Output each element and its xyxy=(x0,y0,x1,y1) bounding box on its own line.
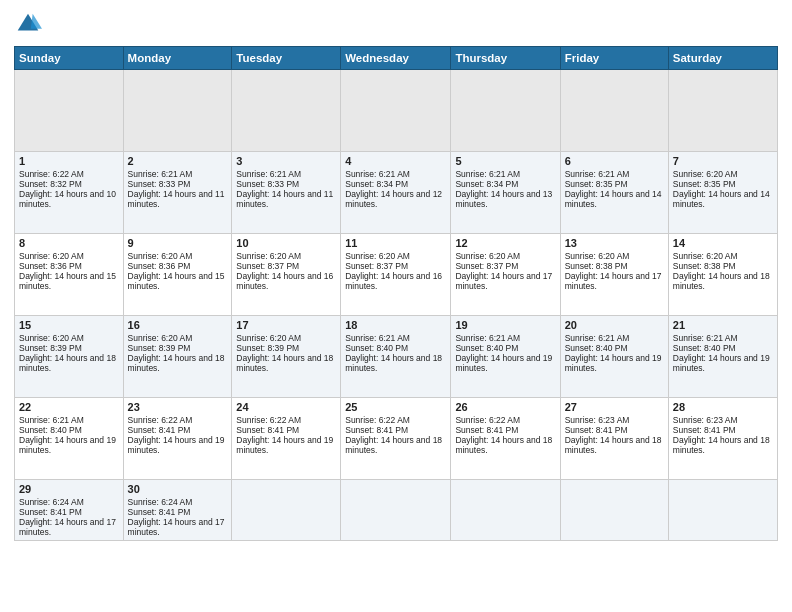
col-header-monday: Monday xyxy=(123,47,232,70)
daylight-label: Daylight: 14 hours and 10 minutes. xyxy=(19,189,116,209)
cal-cell: 10 Sunrise: 6:20 AM Sunset: 8:37 PM Dayl… xyxy=(232,234,341,316)
sunrise-label: Sunrise: 6:20 AM xyxy=(673,251,738,261)
day-number: 4 xyxy=(345,155,446,167)
cal-cell xyxy=(341,70,451,152)
sunrise-label: Sunrise: 6:20 AM xyxy=(673,169,738,179)
sunset-label: Sunset: 8:40 PM xyxy=(19,425,82,435)
daylight-label: Daylight: 14 hours and 19 minutes. xyxy=(19,435,116,455)
sunrise-label: Sunrise: 6:24 AM xyxy=(128,497,193,507)
daylight-label: Daylight: 14 hours and 17 minutes. xyxy=(565,271,662,291)
daylight-label: Daylight: 14 hours and 18 minutes. xyxy=(19,353,116,373)
svg-marker-1 xyxy=(31,14,42,29)
day-number: 28 xyxy=(673,401,773,413)
day-number: 30 xyxy=(128,483,228,495)
day-number: 26 xyxy=(455,401,555,413)
day-number: 29 xyxy=(19,483,119,495)
daylight-label: Daylight: 14 hours and 18 minutes. xyxy=(345,435,442,455)
col-header-wednesday: Wednesday xyxy=(341,47,451,70)
daylight-label: Daylight: 14 hours and 14 minutes. xyxy=(673,189,770,209)
daylight-label: Daylight: 14 hours and 19 minutes. xyxy=(455,353,552,373)
sunset-label: Sunset: 8:35 PM xyxy=(565,179,628,189)
cal-cell: 26 Sunrise: 6:22 AM Sunset: 8:41 PM Dayl… xyxy=(451,398,560,480)
cal-cell: 28 Sunrise: 6:23 AM Sunset: 8:41 PM Dayl… xyxy=(668,398,777,480)
sunset-label: Sunset: 8:41 PM xyxy=(455,425,518,435)
daylight-label: Daylight: 14 hours and 18 minutes. xyxy=(345,353,442,373)
sunrise-label: Sunrise: 6:21 AM xyxy=(565,169,630,179)
sunset-label: Sunset: 8:40 PM xyxy=(565,343,628,353)
sunrise-label: Sunrise: 6:22 AM xyxy=(128,415,193,425)
sunset-label: Sunset: 8:34 PM xyxy=(455,179,518,189)
sunrise-label: Sunrise: 6:20 AM xyxy=(455,251,520,261)
cal-cell: 6 Sunrise: 6:21 AM Sunset: 8:35 PM Dayli… xyxy=(560,152,668,234)
daylight-label: Daylight: 14 hours and 15 minutes. xyxy=(19,271,116,291)
day-number: 18 xyxy=(345,319,446,331)
daylight-label: Daylight: 14 hours and 18 minutes. xyxy=(128,353,225,373)
sunset-label: Sunset: 8:36 PM xyxy=(128,261,191,271)
sunrise-label: Sunrise: 6:20 AM xyxy=(236,251,301,261)
sunrise-label: Sunrise: 6:21 AM xyxy=(128,169,193,179)
daylight-label: Daylight: 14 hours and 19 minutes. xyxy=(565,353,662,373)
cal-cell xyxy=(451,480,560,541)
daylight-label: Daylight: 14 hours and 17 minutes. xyxy=(19,517,116,537)
sunset-label: Sunset: 8:39 PM xyxy=(236,343,299,353)
sunset-label: Sunset: 8:40 PM xyxy=(455,343,518,353)
cal-cell: 22 Sunrise: 6:21 AM Sunset: 8:40 PM Dayl… xyxy=(15,398,124,480)
col-header-thursday: Thursday xyxy=(451,47,560,70)
cal-cell: 12 Sunrise: 6:20 AM Sunset: 8:37 PM Dayl… xyxy=(451,234,560,316)
daylight-label: Daylight: 14 hours and 14 minutes. xyxy=(565,189,662,209)
sunrise-label: Sunrise: 6:21 AM xyxy=(455,169,520,179)
col-header-saturday: Saturday xyxy=(668,47,777,70)
day-number: 13 xyxy=(565,237,664,249)
sunset-label: Sunset: 8:41 PM xyxy=(128,507,191,517)
day-number: 23 xyxy=(128,401,228,413)
sunrise-label: Sunrise: 6:20 AM xyxy=(19,251,84,261)
sunset-label: Sunset: 8:35 PM xyxy=(673,179,736,189)
cal-cell xyxy=(232,70,341,152)
day-number: 27 xyxy=(565,401,664,413)
cal-cell: 25 Sunrise: 6:22 AM Sunset: 8:41 PM Dayl… xyxy=(341,398,451,480)
cal-cell: 4 Sunrise: 6:21 AM Sunset: 8:34 PM Dayli… xyxy=(341,152,451,234)
sunset-label: Sunset: 8:37 PM xyxy=(345,261,408,271)
cal-cell: 11 Sunrise: 6:20 AM Sunset: 8:37 PM Dayl… xyxy=(341,234,451,316)
daylight-label: Daylight: 14 hours and 16 minutes. xyxy=(236,271,333,291)
sunrise-label: Sunrise: 6:21 AM xyxy=(345,333,410,343)
cal-cell: 13 Sunrise: 6:20 AM Sunset: 8:38 PM Dayl… xyxy=(560,234,668,316)
cal-cell xyxy=(123,70,232,152)
cal-cell xyxy=(560,480,668,541)
sunset-label: Sunset: 8:41 PM xyxy=(673,425,736,435)
day-number: 3 xyxy=(236,155,336,167)
daylight-label: Daylight: 14 hours and 11 minutes. xyxy=(128,189,225,209)
daylight-label: Daylight: 14 hours and 19 minutes. xyxy=(128,435,225,455)
cal-cell: 19 Sunrise: 6:21 AM Sunset: 8:40 PM Dayl… xyxy=(451,316,560,398)
col-header-tuesday: Tuesday xyxy=(232,47,341,70)
daylight-label: Daylight: 14 hours and 16 minutes. xyxy=(345,271,442,291)
sunset-label: Sunset: 8:39 PM xyxy=(128,343,191,353)
sunset-label: Sunset: 8:36 PM xyxy=(19,261,82,271)
cal-cell: 5 Sunrise: 6:21 AM Sunset: 8:34 PM Dayli… xyxy=(451,152,560,234)
sunrise-label: Sunrise: 6:21 AM xyxy=(19,415,84,425)
cal-cell xyxy=(668,70,777,152)
cal-cell: 7 Sunrise: 6:20 AM Sunset: 8:35 PM Dayli… xyxy=(668,152,777,234)
day-number: 5 xyxy=(455,155,555,167)
cal-cell: 24 Sunrise: 6:22 AM Sunset: 8:41 PM Dayl… xyxy=(232,398,341,480)
sunrise-label: Sunrise: 6:20 AM xyxy=(345,251,410,261)
sunrise-label: Sunrise: 6:21 AM xyxy=(673,333,738,343)
day-number: 12 xyxy=(455,237,555,249)
sunset-label: Sunset: 8:39 PM xyxy=(19,343,82,353)
cal-cell xyxy=(15,70,124,152)
day-number: 2 xyxy=(128,155,228,167)
calendar-table: SundayMondayTuesdayWednesdayThursdayFrid… xyxy=(14,46,778,541)
sunrise-label: Sunrise: 6:22 AM xyxy=(236,415,301,425)
day-number: 16 xyxy=(128,319,228,331)
header xyxy=(14,10,778,38)
day-number: 6 xyxy=(565,155,664,167)
sunrise-label: Sunrise: 6:22 AM xyxy=(455,415,520,425)
cal-cell: 14 Sunrise: 6:20 AM Sunset: 8:38 PM Dayl… xyxy=(668,234,777,316)
sunset-label: Sunset: 8:38 PM xyxy=(565,261,628,271)
day-number: 20 xyxy=(565,319,664,331)
cal-cell xyxy=(560,70,668,152)
cal-cell xyxy=(451,70,560,152)
sunrise-label: Sunrise: 6:20 AM xyxy=(236,333,301,343)
sunrise-label: Sunrise: 6:23 AM xyxy=(565,415,630,425)
daylight-label: Daylight: 14 hours and 17 minutes. xyxy=(128,517,225,537)
